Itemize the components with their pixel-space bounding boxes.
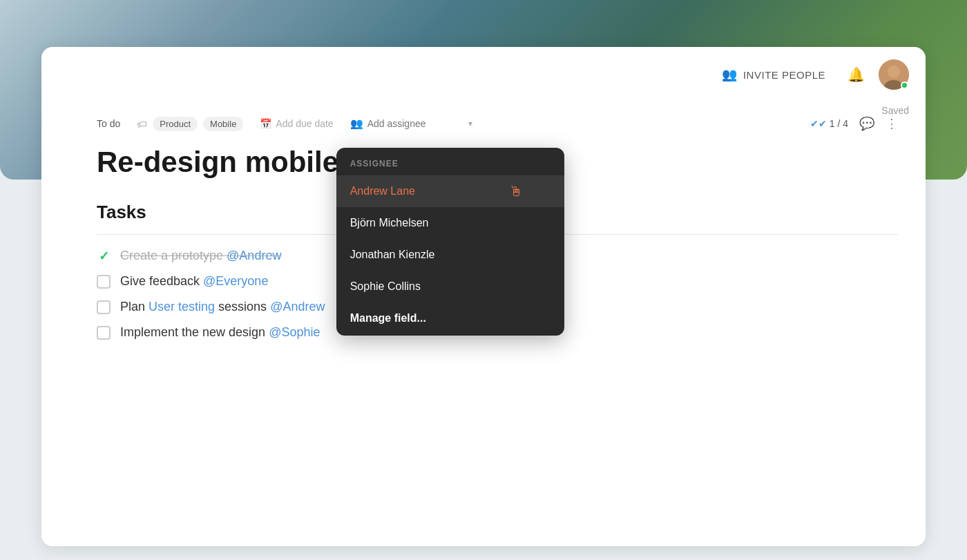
due-date-label[interactable]: Add due date bbox=[276, 118, 333, 129]
mention-andrew-3[interactable]: @Andrew bbox=[270, 300, 325, 313]
bell-icon: 🔔 bbox=[848, 67, 865, 82]
status-label: To do bbox=[97, 118, 120, 129]
tag-product[interactable]: Product bbox=[153, 117, 198, 131]
notifications-button[interactable]: 🔔 bbox=[842, 61, 870, 88]
comment-icon[interactable]: 💬 bbox=[859, 116, 874, 131]
assignee-name-jonathan: Jonathan Kienzle bbox=[350, 249, 435, 261]
user-testing-link[interactable]: User testing bbox=[149, 300, 215, 313]
task-text-4: Implement the new design @Sophie bbox=[120, 325, 320, 340]
tag-icon: 🏷 bbox=[137, 118, 147, 130]
invite-people-button[interactable]: 👥 INVITE PEOPLE bbox=[711, 61, 836, 88]
task-text-1: Create a prototype @Andrew bbox=[120, 249, 281, 263]
dropdown-item-andrew[interactable]: Andrew Lane 🖱 bbox=[336, 175, 564, 207]
dropdown-manage-field[interactable]: Manage field... bbox=[336, 302, 564, 336]
tags-container: 🏷 Product Mobile bbox=[137, 117, 243, 131]
tag-mobile[interactable]: Mobile bbox=[203, 117, 243, 131]
header: 👥 INVITE PEOPLE 🔔 bbox=[41, 47, 926, 102]
task-text-2: Give feedback @Everyone bbox=[120, 274, 268, 289]
meta-right: ✔✔ 1 / 4 💬 ⋮ bbox=[810, 116, 898, 131]
main-panel: 👥 INVITE PEOPLE 🔔 Saved To do � bbox=[41, 47, 926, 546]
mention-andrew-1[interactable]: @Andrew bbox=[227, 249, 281, 262]
dropdown-header: ASSIGNEE bbox=[336, 148, 564, 175]
assignee-dropdown: ASSIGNEE Andrew Lane 🖱 Björn Michelsen J… bbox=[336, 148, 564, 336]
more-options-icon[interactable]: ⋮ bbox=[885, 116, 898, 131]
task-checkbox-2[interactable] bbox=[97, 275, 111, 289]
assignee-input[interactable] bbox=[367, 118, 464, 129]
user-avatar[interactable] bbox=[879, 59, 909, 90]
dropdown-arrow-icon[interactable]: ▾ bbox=[468, 119, 472, 128]
assignee-name-sophie: Sophie Collins bbox=[350, 280, 421, 293]
assignee-container: 👥 ▾ ASSIGNEE Andrew Lane 🖱 Björn Michels… bbox=[350, 117, 472, 130]
invite-label: INVITE PEOPLE bbox=[743, 69, 825, 81]
dropdown-item-jonathan[interactable]: Jonathan Kienzle bbox=[336, 239, 564, 271]
online-status-dot bbox=[901, 81, 908, 89]
invite-icon: 👥 bbox=[722, 67, 738, 82]
calendar-icon: 📅 bbox=[260, 118, 271, 129]
manage-field-label: Manage field... bbox=[350, 312, 426, 325]
dropdown-item-bjorn[interactable]: Björn Michelsen bbox=[336, 207, 564, 239]
assignee-icon: 👥 bbox=[350, 117, 363, 130]
assignee-name-bjorn: Björn Michelsen bbox=[350, 217, 429, 229]
progress-badge: ✔✔ 1 / 4 bbox=[810, 118, 848, 129]
task-text-3: Plan User testing sessions @Andrew bbox=[120, 300, 325, 314]
due-date-container: 📅 Add due date bbox=[260, 118, 333, 129]
dropdown-item-sophie[interactable]: Sophie Collins bbox=[336, 271, 564, 302]
checkmark-icon-1: ✓ bbox=[99, 249, 109, 264]
mention-sophie[interactable]: @Sophie bbox=[269, 325, 320, 339]
check-double-icon: ✔✔ bbox=[810, 118, 827, 129]
task-checkbox-1[interactable]: ✓ bbox=[97, 249, 111, 263]
assignee-name-andrew: Andrew Lane bbox=[350, 185, 415, 197]
svg-point-1 bbox=[888, 66, 900, 78]
progress-text: 1 / 4 bbox=[830, 118, 848, 129]
mention-everyone[interactable]: @Everyone bbox=[203, 274, 268, 288]
task-checkbox-3[interactable] bbox=[97, 300, 111, 314]
content-area: To do 🏷 Product Mobile 📅 Add due date 👥 … bbox=[41, 102, 926, 354]
task-checkbox-4[interactable] bbox=[97, 326, 111, 340]
meta-row: To do 🏷 Product Mobile 📅 Add due date 👥 … bbox=[97, 116, 898, 131]
cursor-indicator: 🖱 bbox=[509, 184, 523, 200]
